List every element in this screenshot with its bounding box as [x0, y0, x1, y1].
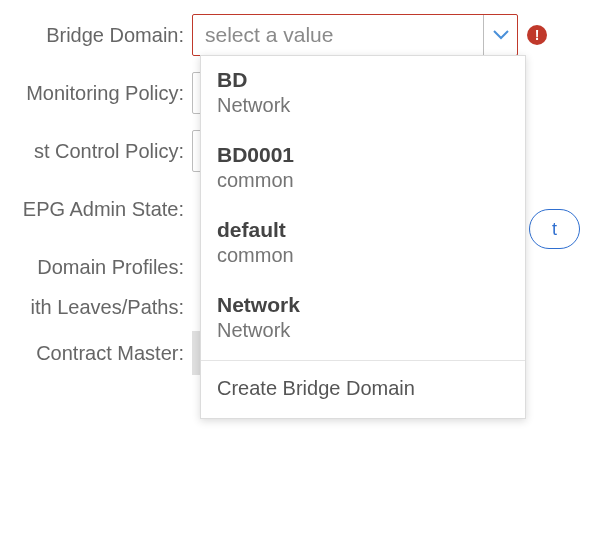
dropdown-option-sub: common: [217, 169, 509, 192]
admin-state-option[interactable]: t: [529, 209, 580, 249]
label-monitoring-policy: Monitoring Policy:: [0, 82, 192, 105]
dropdown-option-title: BD0001: [217, 143, 509, 167]
control-bridge-domain: select a value !: [192, 14, 518, 56]
dropdown-option-bd[interactable]: BD Network: [201, 56, 525, 131]
dropdown-option-network[interactable]: Network Network: [201, 281, 525, 356]
label-domain-profiles: Domain Profiles:: [0, 256, 192, 279]
row-bridge-domain: Bridge Domain: select a value !: [0, 12, 590, 58]
dropdown-option-title: BD: [217, 68, 509, 92]
dropdown-option-title: Network: [217, 293, 509, 317]
chevron-down-icon: [493, 30, 509, 40]
select-bridge-domain[interactable]: select a value: [192, 14, 518, 56]
dropdown-option-bd0001[interactable]: BD0001 common: [201, 131, 525, 206]
dropdown-option-sub: common: [217, 244, 509, 267]
select-placeholder: select a value: [193, 23, 483, 47]
dropdown-create-bridge-domain[interactable]: Create Bridge Domain: [201, 361, 525, 418]
dropdown-option-title: default: [217, 218, 509, 242]
caret-box[interactable]: [483, 15, 517, 55]
bridge-domain-dropdown: BD Network BD0001 common default common …: [200, 55, 526, 419]
label-bridge-domain: Bridge Domain:: [0, 24, 192, 47]
dropdown-option-sub: Network: [217, 319, 509, 342]
label-leaves-paths: ith Leaves/Paths:: [0, 296, 192, 319]
error-icon: !: [527, 25, 547, 45]
label-contract-master: Contract Master:: [0, 342, 192, 365]
label-trust-control-policy: st Control Policy:: [0, 140, 192, 163]
dropdown-option-default[interactable]: default common: [201, 206, 525, 281]
dropdown-option-sub: Network: [217, 94, 509, 117]
label-epg-admin-state: EPG Admin State:: [0, 198, 192, 221]
